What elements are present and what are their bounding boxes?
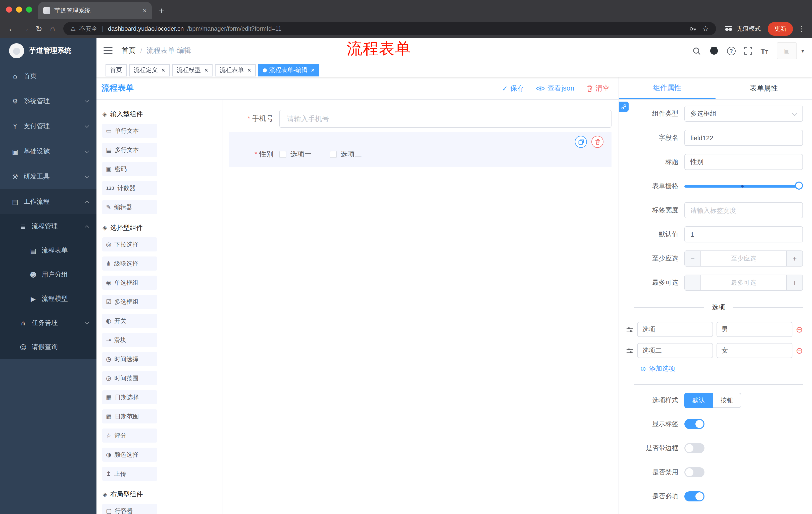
sidebar-item-任务管理[interactable]: ⋔任务管理 <box>0 311 96 335</box>
address-bar[interactable]: ⚠ 不安全 | dashboard.yudao.iocoder.cn /bpm/… <box>63 22 716 35</box>
tag-流程定义[interactable]: 流程定义× <box>129 64 170 76</box>
component-开关[interactable]: ◐开关 <box>102 314 157 328</box>
option-label-input[interactable] <box>637 343 713 358</box>
option-value-input[interactable] <box>717 343 792 358</box>
checkbox-选项二[interactable]: 选项二 <box>330 150 362 159</box>
drag-handle-icon[interactable] <box>626 326 634 333</box>
chevron-down-icon[interactable]: ▾ <box>802 48 804 54</box>
hamburger-icon[interactable] <box>104 47 113 54</box>
component-多行文本[interactable]: ▤多行文本 <box>102 143 157 157</box>
form-canvas[interactable]: 手机号 <box>223 100 618 514</box>
component-日期范围[interactable]: ▩日期范围 <box>102 409 157 424</box>
component-下拉选择[interactable]: ◎下拉选择 <box>102 237 157 251</box>
component-编辑器[interactable]: ✎编辑器 <box>102 200 157 214</box>
tag-首页[interactable]: 首页 <box>106 64 127 76</box>
component-多选框组[interactable]: ☑多选框组 <box>102 295 157 309</box>
phone-input[interactable] <box>279 110 611 128</box>
sidebar-item-首页[interactable]: ⌂首页 <box>0 63 96 88</box>
view-json-button[interactable]: 查看json <box>536 84 574 93</box>
min-select-placeholder[interactable]: 至少应选 <box>701 251 786 266</box>
tab-form-props[interactable]: 表单属性 <box>716 77 812 99</box>
link-tag[interactable] <box>619 102 629 112</box>
style-option-按钮[interactable]: 按钮 <box>713 393 741 408</box>
tag-close-icon[interactable]: × <box>161 67 165 74</box>
component-日期选择[interactable]: ▦日期选择 <box>102 390 157 404</box>
home-icon[interactable]: ⌂ <box>46 24 59 33</box>
sidebar-item-流程管理[interactable]: ≣流程管理 <box>0 214 96 238</box>
key-icon[interactable] <box>689 25 696 32</box>
component-级联选择[interactable]: ⋔级联选择 <box>102 256 157 271</box>
remove-option-icon[interactable]: ⊖ <box>796 325 803 334</box>
default-value-input[interactable] <box>685 226 803 242</box>
component-单选框组[interactable]: ◉单选框组 <box>102 276 157 290</box>
clear-button[interactable]: 清空 <box>586 84 609 93</box>
max-select-placeholder[interactable]: 最多可选 <box>701 275 786 290</box>
checkbox-box[interactable] <box>279 151 286 158</box>
save-button[interactable]: ✓ 保存 <box>502 84 524 93</box>
window-close-button[interactable] <box>6 6 12 12</box>
copy-item-button[interactable] <box>575 136 587 148</box>
title-input[interactable] <box>685 154 803 170</box>
forward-icon[interactable]: → <box>19 24 32 33</box>
fullscreen-icon[interactable] <box>744 47 752 55</box>
update-button[interactable]: 更新 <box>768 22 793 35</box>
increment-button[interactable]: + <box>786 275 803 290</box>
component-行容器[interactable]: ▢行容器 <box>102 504 157 514</box>
component-颜色选择[interactable]: ◑颜色选择 <box>102 448 157 462</box>
sidebar-item-流程模型[interactable]: ▶流程模型 <box>0 287 96 311</box>
component-type-select[interactable]: 多选框组 <box>685 106 803 122</box>
window-zoom-button[interactable] <box>26 6 32 12</box>
avatar[interactable]: ▣ <box>777 42 797 59</box>
window-minimize-button[interactable] <box>16 6 22 12</box>
component-滑块[interactable]: ⊸滑块 <box>102 333 157 347</box>
tag-close-icon[interactable]: × <box>247 67 251 74</box>
label-width-input[interactable] <box>685 202 803 218</box>
slider-handle[interactable] <box>795 182 803 190</box>
add-option-button[interactable]: ⊕ 添加选项 <box>640 364 803 373</box>
browser-tab[interactable]: 芋道管理系统 × <box>38 2 152 19</box>
sidebar-item-请假查询[interactable]: ☺请假查询 <box>0 335 96 359</box>
component-计数器[interactable]: 123计数器 <box>102 181 157 195</box>
tag-close-icon[interactable]: × <box>204 67 208 74</box>
tab-component-props[interactable]: 组件属性 <box>619 77 716 99</box>
tag-流程模型[interactable]: 流程模型× <box>172 64 212 76</box>
option-label-input[interactable] <box>637 322 713 337</box>
question-icon[interactable]: ? <box>727 47 735 55</box>
sidebar-item-支付管理[interactable]: ¥支付管理 <box>0 114 96 139</box>
component-单行文本[interactable]: ▭单行文本 <box>102 124 157 138</box>
delete-item-button[interactable] <box>591 136 604 148</box>
font-size-icon[interactable]: TT <box>760 47 768 55</box>
sidebar-item-基础设施[interactable]: ▣基础设施 <box>0 139 96 164</box>
checkbox-box[interactable] <box>330 151 337 158</box>
toggle-是否带边框[interactable] <box>685 443 704 453</box>
component-上传[interactable]: ↥上传 <box>102 467 157 481</box>
sidebar-item-工作流程[interactable]: ▤工作流程 <box>0 189 96 214</box>
tag-close-icon[interactable]: × <box>311 67 315 74</box>
toggle-显示标签[interactable] <box>685 419 704 429</box>
tag-流程表单-编辑[interactable]: 流程表单-编辑× <box>258 64 319 76</box>
component-时间选择[interactable]: ◷时间选择 <box>102 352 157 366</box>
github-icon[interactable] <box>709 46 718 55</box>
component-评分[interactable]: ☆评分 <box>102 429 157 442</box>
sidebar-item-用户分组[interactable]: ☻用户分组 <box>0 263 96 287</box>
sidebar-item-研发工具[interactable]: ⚒研发工具 <box>0 164 96 189</box>
breadcrumb-home[interactable]: 首页 <box>122 46 136 55</box>
phone-field[interactable]: 手机号 <box>229 110 611 128</box>
sidebar-item-系统管理[interactable]: ⚙系统管理 <box>0 88 96 114</box>
component-密码[interactable]: ▣密码 <box>102 162 157 176</box>
decrement-button[interactable]: − <box>685 251 701 266</box>
back-icon[interactable]: ← <box>5 24 19 33</box>
new-tab-button[interactable]: + <box>159 6 164 16</box>
decrement-button[interactable]: − <box>685 275 701 290</box>
grid-slider[interactable] <box>685 178 803 194</box>
browser-menu-icon[interactable]: ⋮ <box>798 25 805 33</box>
bookmark-star-icon[interactable]: ☆ <box>702 24 709 33</box>
tab-close-icon[interactable]: × <box>143 7 147 14</box>
search-icon[interactable] <box>692 47 701 55</box>
toggle-是否必填[interactable] <box>685 491 704 502</box>
drag-handle-icon[interactable] <box>626 347 634 354</box>
option-value-input[interactable] <box>717 322 792 337</box>
tag-流程表单[interactable]: 流程表单× <box>215 64 256 76</box>
style-option-默认[interactable]: 默认 <box>685 393 713 408</box>
gender-field-selected[interactable]: 性别 选项一选项二 <box>229 132 611 167</box>
